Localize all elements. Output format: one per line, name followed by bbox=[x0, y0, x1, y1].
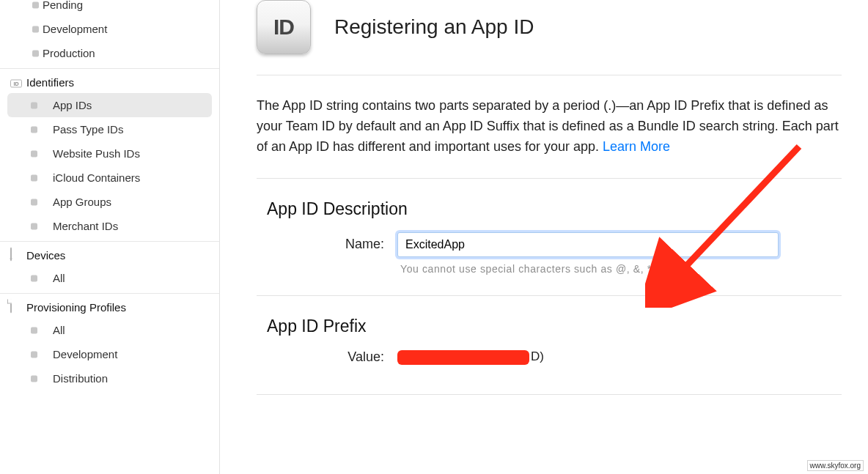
divider bbox=[257, 178, 842, 179]
bullet-icon bbox=[31, 375, 37, 382]
sidebar-top-item[interactable]: Production bbox=[0, 41, 219, 65]
sidebar: Pending Development Production ID Identi… bbox=[0, 0, 220, 474]
bullet-icon bbox=[31, 102, 37, 108]
sidebar-item-devices-all[interactable]: All bbox=[7, 266, 212, 290]
bullet-icon bbox=[32, 26, 39, 32]
id-card-icon: ID bbox=[10, 75, 22, 87]
sidebar-section-devices: Devices bbox=[0, 241, 219, 266]
bullet-icon bbox=[32, 1, 39, 8]
bullet-icon bbox=[31, 126, 37, 133]
sidebar-item-merchant-ids[interactable]: Merchant IDs bbox=[7, 214, 212, 238]
sidebar-top-item[interactable]: Development bbox=[0, 17, 219, 41]
device-icon bbox=[10, 248, 12, 260]
sidebar-item-pass-type-ids[interactable]: Pass Type IDs bbox=[7, 117, 212, 141]
sidebar-item-app-ids[interactable]: App IDs bbox=[7, 93, 212, 117]
page-title: Registering an App ID bbox=[334, 15, 534, 39]
bullet-icon bbox=[31, 150, 37, 157]
section-app-id-prefix: App ID Prefix bbox=[257, 316, 842, 336]
document-icon bbox=[10, 300, 12, 312]
sidebar-item-icloud-containers[interactable]: iCloud Containers bbox=[7, 166, 212, 190]
main-content: ID Registering an App ID The App ID stri… bbox=[220, 0, 868, 474]
bullet-icon bbox=[31, 275, 37, 281]
intro-text: The App ID string contains two parts sep… bbox=[257, 96, 842, 158]
bullet-icon bbox=[31, 223, 37, 229]
sidebar-item-app-groups[interactable]: App Groups bbox=[7, 190, 212, 214]
bullet-icon bbox=[31, 327, 37, 333]
sidebar-top-item[interactable]: Pending bbox=[0, 0, 219, 17]
value-redacted: D) bbox=[397, 349, 544, 365]
divider bbox=[257, 394, 842, 395]
divider bbox=[257, 295, 842, 296]
bullet-icon bbox=[31, 351, 37, 358]
sidebar-item-prov-all[interactable]: All bbox=[7, 318, 212, 342]
bullet-icon bbox=[31, 199, 37, 205]
value-label: Value: bbox=[267, 349, 384, 365]
redaction-icon bbox=[397, 350, 529, 365]
sidebar-section-provisioning: Provisioning Profiles bbox=[0, 293, 219, 318]
section-app-id-description: App ID Description bbox=[257, 199, 842, 219]
id-badge-icon: ID bbox=[257, 0, 311, 54]
name-hint: You cannot use special characters such a… bbox=[257, 263, 842, 275]
name-label: Name: bbox=[267, 237, 384, 252]
divider bbox=[257, 75, 842, 75]
bullet-icon bbox=[31, 174, 37, 181]
learn-more-link[interactable]: Learn More bbox=[603, 139, 670, 154]
sidebar-section-identifiers: ID Identifiers bbox=[0, 68, 219, 93]
sidebar-item-website-push-ids[interactable]: Website Push IDs bbox=[7, 141, 212, 166]
sidebar-item-prov-development[interactable]: Development bbox=[7, 342, 212, 366]
name-input[interactable] bbox=[397, 232, 779, 257]
watermark: www.skyfox.org bbox=[807, 460, 864, 471]
bullet-icon bbox=[32, 50, 39, 56]
sidebar-item-prov-distribution[interactable]: Distribution bbox=[7, 366, 212, 390]
